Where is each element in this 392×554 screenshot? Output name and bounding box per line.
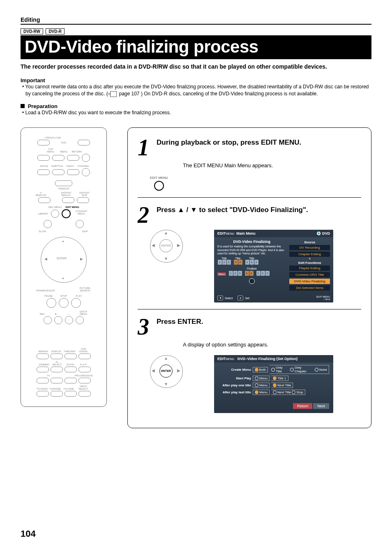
brand-prefix: EDIT [217,231,226,235]
option-value: Menu [259,390,267,394]
remote-button [54,316,62,324]
option-header: EDITMENU DVD–Video Finalizing (Set Optio… [214,355,333,362]
brand-suffix: MENU [226,358,235,360]
remote-button [37,140,50,145]
up-icon: ▲ [164,356,168,360]
screen-body: DVD-Video Finalizing It is used for maki… [214,237,333,294]
arrow-down-icon: ↓ [217,265,286,267]
remote-button [67,169,79,175]
thumb-title: Title [233,257,242,260]
screen-header: EDITMENU Main Menu 💿 DVD [214,230,333,237]
option-box: Both [253,367,268,372]
radio-icon [273,376,277,380]
preparation-bullet: • Load a DVD-R/RW disc you want to execu… [21,109,371,116]
page-number: 104 [21,529,36,539]
remote-button [82,168,90,176]
disc-tags: DVD-RW DVD-R [21,27,371,35]
option-box: Menu [253,383,270,388]
remote-dpad: ENTER ▲ ▼ ◀ ▶ [41,237,87,283]
step-1-body: The EDIT MENU Main Menu appears. [183,162,361,169]
down-icon: ▼ [164,382,168,386]
option-row: Start PlayMenuTitle 1 [218,376,329,381]
radio-icon [273,383,277,387]
remote-editmenu-button [62,209,71,218]
dpad-graphic: ENTER ▲ ▼ ◀ ▶ [150,230,182,262]
remote-button [65,378,77,383]
remote-button [71,298,81,308]
remote-label: QUICK MENU [76,310,91,315]
foot-set: Set [245,297,249,300]
radio-icon [255,368,258,372]
disc-icon [249,278,255,284]
option-row: Create MenuBothOnly Title Only Chapter N… [218,365,329,374]
left-icon: ◀ [152,243,155,247]
finalize-label: Finalize [217,267,286,270]
page-title: DVD-Video finalizing process [25,37,258,56]
remote-button [37,169,50,175]
option-row: After play one titleMenuNext Title [218,383,329,388]
divider [138,309,361,309]
step-3: 3 Press ENTER. [138,315,361,338]
radio-icon [255,390,258,394]
step-number: 2 [138,203,152,226]
menu-tag: Menu [217,272,226,276]
remote-button [77,197,89,203]
important-page-ref: page 107 [119,91,139,97]
remote-button [37,391,49,397]
screen-desc: It is used for making the compatibility … [217,245,286,255]
remote-row: OPEN/CLOSE [25,136,102,139]
remote-button [78,140,90,145]
screen-footer: ⬍Select ●Set EDIT MENU ○ End [214,294,333,302]
option-value: Next Title [277,390,291,394]
up-icon: ▲ [164,231,168,235]
remote-button [52,169,65,175]
radio-icon [273,390,277,394]
remote-button [38,197,51,203]
remote-label: INPUT SELECT [76,385,91,390]
editmenu-button-graphic: EDIT MENU [150,176,168,191]
option-buttons: Return Next [218,403,329,409]
screen-title: Main Menu [236,231,256,235]
remote-label: V-REMOTE [35,192,47,196]
remote-button [37,155,50,161]
right-icon: ▶ [177,243,180,247]
remote-label: PICTURE SEARCH [79,287,91,292]
step-1: 1 During playback or stop, press EDIT ME… [138,136,361,159]
remote-label: SLOW [36,230,48,233]
remote-button [78,391,91,397]
screen-left-title: DVD-Video Finalizing [217,240,286,244]
option-box: Menu [253,390,270,395]
remote-button [62,197,74,203]
option-label: Create Menu [218,368,251,372]
important-bullet: • You cannot rewrite data onto a disc af… [21,83,371,97]
divider [138,197,361,198]
remote-label: CHP DIVIDE [76,348,90,353]
remote-button [65,367,77,372]
option-value: Only Chapter [295,366,314,373]
step-1-graphic: EDIT MENU [150,176,361,191]
remote-button [82,154,90,162]
key-icon: ⬍ [217,295,223,300]
columns: OPEN/CLOSE DVD TOP MENU MENU RETURN [21,127,371,428]
remote-label: LIBRARY [37,212,49,215]
option-value: Stop [296,390,303,394]
dvd-badge: 💿 DVD [316,231,330,235]
option-box: Next Title [271,383,293,388]
disc-tag-rw: DVD-RW [21,28,43,35]
remote-button [78,378,91,383]
option-box: Menu [253,376,270,381]
option-box: Only Title Only Chapter None [270,365,329,374]
option-value: Menu [259,376,267,380]
menu-item: DV Recording [289,245,330,250]
remote-button [51,378,63,383]
remote-button [44,220,52,228]
intro-text: The recorder processes recorded data in … [21,63,371,70]
remote-button [51,391,63,397]
dpad-enter-label: ENTER [159,365,173,378]
option-value: Next Title [277,383,291,387]
remote-label: TIMESLIP [55,187,72,190]
brand-prefix: EDIT [217,357,226,361]
remote-button [52,155,65,161]
remote-label: CONTENT MENU [72,210,90,215]
radio-icon [255,383,258,387]
